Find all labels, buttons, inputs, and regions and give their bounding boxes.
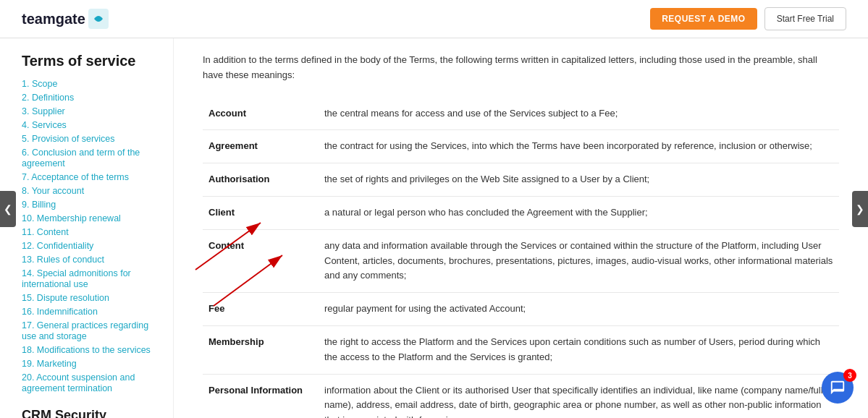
term-definition: the central means for access and use of … [319,98,839,130]
term-label: Membership [203,325,319,374]
term-definition: regular payment for using the activated … [319,293,839,326]
chevron-left-icon: ❮ [4,203,12,215]
term-definition: the contract for using the Services, int… [319,130,839,163]
list-item: 1. Scope [22,78,159,89]
table-row: Content any data and information availab… [203,229,839,292]
nav-link-acceptance[interactable]: 7. Acceptance of the terms [22,172,129,182]
nav-link-provision[interactable]: 5. Provision of services [22,134,115,144]
chat-badge: 3 [843,369,856,382]
nav-link-confidentiality[interactable]: 12. Confidentiality [22,241,93,251]
term-label: Authorisation [203,163,319,197]
header: teamgate REQUEST A DEMO Start Free Trial [0,0,868,38]
nav-link-general[interactable]: 17. General practices regarding use and … [22,320,148,341]
list-item: 16. Indemnification [22,306,159,317]
nav-link-services[interactable]: 4. Services [22,120,67,130]
list-item: 14. Special admonitions for internationa… [22,268,159,289]
logo: teamgate [22,9,109,29]
chat-widget[interactable]: 3 [822,372,854,404]
term-label: Content [203,229,319,292]
list-item: 17. General practices regarding use and … [22,320,159,341]
list-item: 20. Account suspension and agreement ter… [22,372,159,393]
nav-link-definitions[interactable]: 2. Definitions [22,93,74,103]
start-free-trial-button[interactable]: Start Free Trial [764,7,846,30]
nav-link-special[interactable]: 14. Special admonitions for internationa… [22,268,131,289]
term-label: Fee [203,293,319,326]
nav-link-dispute[interactable]: 15. Dispute resolution [22,293,109,303]
request-demo-button[interactable]: REQUEST A DEMO [650,8,757,30]
nav-link-marketing[interactable]: 19. Marketing [22,359,77,369]
term-definition: a natural or legal person who has conclu… [319,196,839,229]
list-item: 15. Dispute resolution [22,292,159,303]
logo-text: teamgate [22,11,85,27]
table-row: Fee regular payment for using the activa… [203,293,839,326]
nav-link-account[interactable]: 8. Your account [22,186,84,196]
nav-link-indemnification[interactable]: 16. Indemnification [22,307,98,317]
nav-link-membership[interactable]: 10. Membership renewal [22,213,121,223]
list-item: 11. Content [22,226,159,237]
term-label: Client [203,196,319,229]
nav-link-supplier[interactable]: 3. Supplier [22,106,65,116]
term-definition: the set of rights and privileges on the … [319,163,839,197]
list-item: 9. Billing [22,199,159,210]
nav-link-scope[interactable]: 1. Scope [22,79,57,89]
list-item: 7. Acceptance of the terms [22,171,159,182]
terms-table: Account the central means for access and… [203,98,839,418]
list-item: 4. Services [22,119,159,130]
chevron-right-icon: ❯ [856,203,864,215]
left-nav-arrow[interactable]: ❮ [0,191,16,227]
sidebar-title: Terms of service [22,53,159,69]
list-item: 12. Confidentiality [22,240,159,251]
table-row: Client a natural or legal person who has… [203,196,839,229]
nav-link-content[interactable]: 11. Content [22,227,69,237]
list-item: 3. Supplier [22,106,159,116]
nav-link-suspension[interactable]: 20. Account suspension and agreement ter… [22,372,135,393]
sidebar-nav: 1. Scope 2. Definitions 3. Supplier 4. S… [22,78,159,393]
nav-link-modifications[interactable]: 18. Modifications to the services [22,345,151,355]
list-item: 5. Provision of services [22,133,159,144]
header-buttons: REQUEST A DEMO Start Free Trial [650,7,846,30]
page-layout: Terms of service 1. Scope 2. Definitions… [0,38,868,418]
list-item: 6. Conclusion and term of the agreement [22,147,159,169]
table-row: Account the central means for access and… [203,98,839,130]
nav-link-conclusion[interactable]: 6. Conclusion and term of the agreement [22,148,140,169]
nav-link-rules[interactable]: 13. Rules of conduct [22,255,104,265]
list-item: 10. Membership renewal [22,213,159,223]
table-row: Personal Information information about t… [203,374,839,418]
table-row: Agreement the contract for using the Ser… [203,130,839,163]
term-definition: information about the Client or its auth… [319,374,839,418]
logo-icon [88,9,109,29]
right-nav-arrow[interactable]: ❯ [852,191,868,227]
chat-icon [830,380,846,396]
term-definition: the right to access the Platform and the… [319,325,839,374]
list-item: 8. Your account [22,185,159,196]
sidebar-crm-title: CRM Security overview [22,408,159,418]
sidebar: Terms of service 1. Scope 2. Definitions… [0,38,174,418]
table-row: Membership the right to access the Platf… [203,325,839,374]
list-item: 13. Rules of conduct [22,254,159,265]
main-content: In addition to the terms defined in the … [174,38,868,418]
list-item: 18. Modifications to the services [22,344,159,355]
list-item: 2. Definitions [22,92,159,103]
table-row: Authorisation the set of rights and priv… [203,163,839,197]
intro-paragraph: In addition to the terms defined in the … [203,53,839,83]
term-definition: any data and information available throu… [319,229,839,292]
term-label: Personal Information [203,374,319,418]
chat-bubble[interactable]: 3 [822,372,854,404]
list-item: 19. Marketing [22,358,159,369]
term-label: Account [203,98,319,130]
nav-link-billing[interactable]: 9. Billing [22,200,56,210]
term-label: Agreement [203,130,319,163]
